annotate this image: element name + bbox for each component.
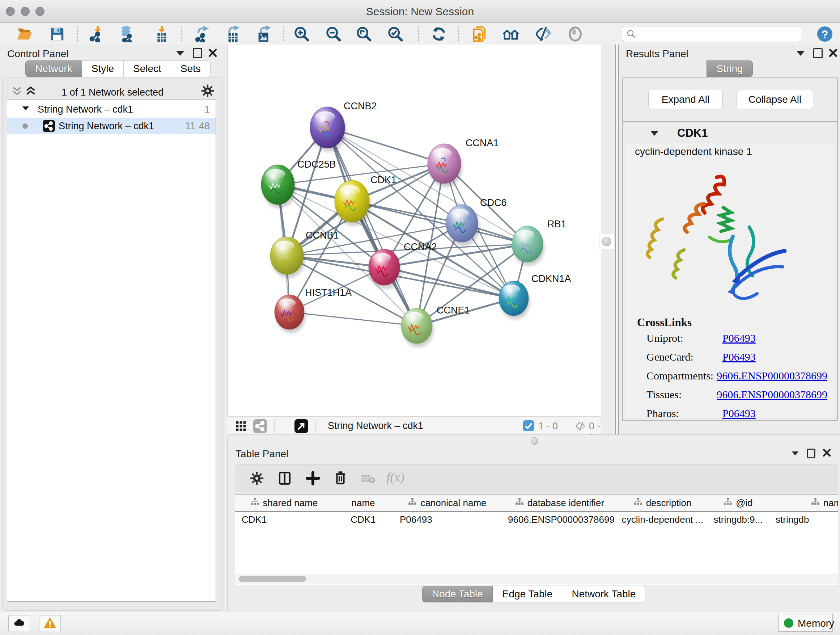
column-tree-icon bbox=[515, 497, 524, 509]
string-document-icon[interactable] bbox=[472, 26, 488, 42]
control-panel-collapse-icon[interactable] bbox=[176, 51, 184, 56]
column-header-namespace[interactable]: namespace bbox=[769, 495, 838, 511]
column-header-@id[interactable]: @id bbox=[707, 495, 769, 511]
network-collection-label: String Network – cdk1 bbox=[38, 104, 133, 115]
network-options-gear-icon[interactable] bbox=[201, 84, 215, 98]
crosslinks-list: Uniprot:P06493GeneCard:P06493Compartment… bbox=[646, 332, 827, 426]
crosslink-link[interactable]: P06493 bbox=[722, 351, 756, 363]
control-panel-float-icon[interactable] bbox=[193, 48, 202, 58]
tab-network-table[interactable]: Network Table bbox=[562, 586, 645, 602]
edge-CCNA2-CDKN1A[interactable] bbox=[384, 267, 514, 298]
save-session-icon[interactable] bbox=[49, 26, 65, 42]
column-header-description[interactable]: description bbox=[618, 495, 707, 511]
results-panel-collapse-icon[interactable] bbox=[797, 51, 805, 56]
node-CDKN1A[interactable]: CDKN1A bbox=[499, 273, 571, 316]
export-image-icon[interactable] bbox=[256, 26, 272, 42]
import-network-icon[interactable] bbox=[88, 26, 105, 42]
enable-glass-effect-icon[interactable] bbox=[535, 26, 552, 42]
delete-column-icon[interactable] bbox=[333, 470, 348, 486]
horizontal-splitter-handle[interactable] bbox=[531, 437, 538, 445]
zoom-selected-icon[interactable] bbox=[387, 26, 404, 42]
table-row[interactable]: CDK1CDK1P064939606.ENSP00000378699cyclin… bbox=[235, 511, 838, 527]
show-columns-icon[interactable] bbox=[277, 470, 292, 486]
table-cell[interactable]: CDK1 bbox=[235, 511, 340, 527]
zoom-fit-icon[interactable] bbox=[355, 26, 372, 42]
open-session-icon[interactable] bbox=[16, 26, 33, 42]
crosslink-row: GeneCard:P06493 bbox=[646, 351, 827, 363]
table-panel-close-icon[interactable] bbox=[822, 448, 831, 457]
results-panel: Results Panel String Expand All Collapse… bbox=[619, 44, 840, 434]
memory-button[interactable]: Memory bbox=[778, 614, 833, 632]
expand-all-button[interactable]: Expand All bbox=[648, 90, 723, 109]
tab-select[interactable]: Select bbox=[124, 60, 171, 77]
search-field[interactable] bbox=[622, 26, 801, 42]
edge-CCNE1-HIST1H1A[interactable] bbox=[289, 312, 417, 326]
crosslink-link[interactable]: 9606.ENSP00000378699 bbox=[717, 370, 827, 382]
import-network-from-database-icon[interactable] bbox=[119, 26, 136, 42]
network-canvas[interactable]: CCNB2CCNA1CDC25BCDK1CDC6RB1CCNB1CCNA2CDK… bbox=[227, 44, 601, 416]
node-table: shared namenamecanonical namedatabase id… bbox=[235, 494, 838, 585]
node-CCNE1[interactable]: CCNE1 bbox=[401, 305, 470, 344]
table-cell[interactable]: P06493 bbox=[393, 511, 508, 527]
splitter-collapse-handle[interactable] bbox=[599, 234, 614, 249]
node-label-CDC25B: CDC25B bbox=[297, 159, 336, 170]
tab-string[interactable]: String bbox=[706, 60, 752, 77]
table-cell[interactable]: stringdb bbox=[769, 511, 838, 527]
column-header-name[interactable]: name bbox=[333, 495, 393, 511]
tab-edge-table[interactable]: Edge Table bbox=[493, 586, 562, 602]
node-RB1[interactable]: RB1 bbox=[512, 219, 567, 262]
export-table-icon[interactable] bbox=[225, 26, 242, 42]
zoom-out-icon[interactable] bbox=[325, 26, 342, 42]
results-panel-close-icon[interactable] bbox=[829, 48, 838, 57]
crosslink-link[interactable]: P06493 bbox=[722, 407, 756, 420]
selected-checkbox-icon[interactable] bbox=[523, 420, 534, 431]
add-column-icon[interactable] bbox=[305, 470, 321, 486]
warning-button[interactable] bbox=[39, 615, 61, 631]
collapse-all-button[interactable]: Collapse All bbox=[737, 90, 813, 109]
network-row-selected[interactable]: String Network – cdk1 11 48 bbox=[7, 118, 216, 134]
refresh-icon[interactable] bbox=[431, 26, 447, 42]
right-splitter[interactable] bbox=[601, 44, 619, 445]
table-panel-tabs: Node TableEdge TableNetwork Table bbox=[227, 586, 840, 602]
tab-node-table[interactable]: Node Table bbox=[422, 586, 493, 602]
import-table-icon[interactable] bbox=[153, 26, 169, 42]
node-HIST1H1A[interactable]: HIST1H1A bbox=[275, 287, 352, 329]
table-cell[interactable]: cyclin-dependent ... bbox=[618, 511, 707, 527]
control-panel-title: Control Panel bbox=[7, 48, 69, 60]
results-panel-float-icon[interactable] bbox=[813, 48, 823, 58]
zoom-in-icon[interactable] bbox=[294, 26, 310, 42]
control-panel-close-icon[interactable] bbox=[208, 48, 218, 57]
table-hscrollbar-thumb[interactable] bbox=[239, 576, 306, 582]
string-home-icon[interactable] bbox=[502, 26, 519, 42]
detach-view-icon[interactable] bbox=[294, 419, 308, 433]
search-input[interactable] bbox=[639, 28, 797, 40]
export-network-icon[interactable] bbox=[194, 26, 211, 42]
tab-network[interactable]: Network bbox=[25, 60, 82, 77]
column-header-database-identifier[interactable]: database identifier bbox=[501, 495, 618, 511]
tab-style[interactable]: Style bbox=[82, 60, 124, 77]
crosslink-link[interactable]: 9606.ENSP00000378699 bbox=[717, 388, 827, 401]
table-panel: Table Panel f(x) shared namenamecanonica… bbox=[227, 445, 840, 612]
gene-collapse-icon[interactable] bbox=[651, 131, 658, 136]
cloud-button[interactable] bbox=[8, 615, 30, 631]
table-hscrollbar[interactable] bbox=[235, 574, 838, 584]
tree-expand-icon[interactable] bbox=[22, 106, 29, 111]
crosslink-link[interactable]: P06493 bbox=[722, 332, 756, 344]
table-gear-icon[interactable] bbox=[249, 471, 264, 486]
column-header-shared-name[interactable]: shared name bbox=[235, 495, 333, 511]
table-cell[interactable]: 9606.ENSP00000378699 bbox=[501, 511, 624, 527]
gene-result-box: CDK1 cyclin-dependent kinase 1 bbox=[622, 122, 838, 421]
table-panel-collapse-icon[interactable] bbox=[792, 451, 799, 455]
column-header-canonical-name[interactable]: canonical name bbox=[393, 495, 502, 511]
disable-glass-effect-icon[interactable] bbox=[567, 26, 584, 42]
network-collection-row[interactable]: String Network – cdk1 1 bbox=[7, 101, 216, 118]
table-cell[interactable]: CDK1 bbox=[333, 511, 393, 527]
network-view-icon[interactable] bbox=[253, 419, 267, 433]
help-icon[interactable]: ? bbox=[816, 26, 833, 42]
table-panel-float-icon[interactable] bbox=[807, 448, 815, 458]
table-cell[interactable]: stringdb:9... bbox=[707, 511, 769, 527]
grid-view-icon[interactable] bbox=[235, 420, 247, 433]
tab-sets[interactable]: Sets bbox=[171, 60, 210, 77]
horizontal-splitter[interactable] bbox=[227, 434, 840, 446]
node-CCNA1[interactable]: CCNA1 bbox=[428, 138, 499, 184]
